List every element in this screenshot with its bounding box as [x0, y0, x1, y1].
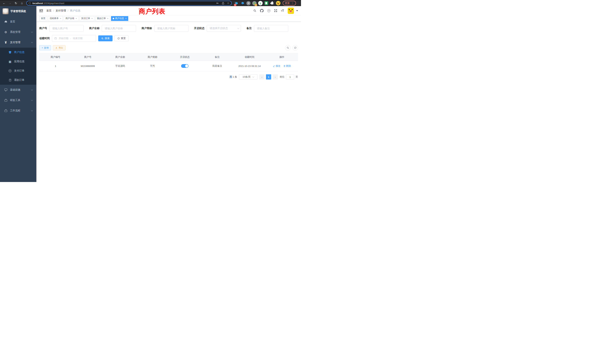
sidebar-item-merchant-info[interactable]: 商户信息 [0, 48, 36, 57]
close-icon[interactable]: × [91, 17, 93, 20]
tab-merchant-info[interactable]: 商户信息× [111, 16, 128, 21]
app-shell: 芋道管理系统 首页 ⚙ 系统管理 ¥ 支付管理 商户信息 [0, 6, 301, 182]
sidebar-item-infrastructure[interactable]: 基础设施 [0, 85, 36, 95]
extension-note-icon[interactable] [264, 1, 269, 6]
sidebar-item-system[interactable]: ⚙ 系统管理 [0, 27, 36, 37]
payment-submenu: 商户信息 ▦ 应用信息 ¥ 支付订单 退款订单 [0, 48, 36, 85]
tab-user-group[interactable]: 用户分组× [64, 16, 79, 21]
breadcrumb-home[interactable]: 首页 [46, 9, 52, 12]
sidebar-item-app-info[interactable]: ▦ 应用信息 [0, 57, 36, 66]
search-button[interactable]: 搜索 [98, 35, 112, 41]
help-icon[interactable]: ? [267, 9, 270, 12]
browser-back-icon[interactable]: ← [1, 0, 7, 6]
sidebar-item-pay-order[interactable]: ¥ 支付订单 [0, 66, 36, 75]
sidebar-item-home[interactable]: 首页 [0, 17, 36, 27]
tab-home[interactable]: 首页 [39, 16, 47, 21]
filter-row-2: 创建时间 开始日期 - 结束日期 搜索 重置 [39, 35, 298, 42]
close-icon[interactable]: × [125, 17, 127, 20]
chevron-down-icon [31, 109, 33, 111]
edit-link[interactable]: 修改 [273, 64, 280, 68]
site-info-icon[interactable]: i [29, 2, 31, 4]
browser-update-button[interactable]: 更新 ⋮ [283, 1, 296, 6]
remark-input[interactable] [254, 25, 288, 32]
create-time-range-picker[interactable]: 开始日期 - 结束日期 [52, 35, 96, 42]
col-merchant-short: 商户简称 [136, 53, 169, 61]
next-page-button[interactable]: › [273, 74, 278, 79]
tags-view-bar: 首页 流程表单× 用户分组× 支付订单× 退款订单× 商户信息× [36, 15, 301, 22]
font-size-icon[interactable]: TT [281, 9, 284, 12]
page-size-select[interactable]: 10条/页 [239, 74, 258, 79]
merchant-name-input[interactable] [102, 25, 136, 32]
goto-page-input[interactable] [286, 74, 294, 79]
share-icon[interactable] [222, 2, 225, 5]
extension-pin-icon[interactable] [240, 1, 245, 6]
search-icon[interactable] [253, 9, 256, 12]
extension-badge-10: 10 [234, 4, 236, 6]
sidebar-item-label: 基础设施 [10, 88, 20, 92]
close-icon[interactable]: × [60, 17, 61, 20]
collapse-sidebar-icon[interactable] [39, 9, 43, 12]
sidebar-item-dev-tools[interactable]: 研发工具 [0, 95, 36, 106]
fullscreen-icon[interactable] [274, 9, 277, 12]
sidebar-item-payment[interactable]: ¥ 支付管理 [0, 37, 36, 48]
store-icon [8, 51, 12, 54]
table-toolbar: + 新增 导出 [39, 45, 298, 51]
tab-pay-order[interactable]: 支付订单× [79, 16, 94, 21]
url-text[interactable]: localhost:1024/pay/merchant [32, 2, 215, 5]
plus-icon: + [42, 46, 43, 49]
refresh-table-button[interactable] [292, 45, 298, 51]
reset-button[interactable]: 重置 [114, 35, 129, 41]
extensions-puzzle-icon[interactable] [270, 1, 275, 6]
browser-reload-icon[interactable]: ↻ [13, 0, 19, 6]
export-button[interactable]: 导出 [53, 45, 65, 50]
col-merchant-id: 商户编号 [39, 53, 72, 61]
browser-menu-icon[interactable]: ⋮ [291, 2, 294, 5]
tab-refund-order[interactable]: 退款订单× [95, 16, 110, 21]
download-icon [55, 47, 57, 49]
table-header-row: 商户编号 商户号 商户全称 商户简称 开启状态 备注 创建时间 操作 [39, 53, 298, 61]
github-icon[interactable] [260, 9, 264, 12]
extension-dot-icon[interactable]: 1 [252, 1, 257, 6]
close-icon[interactable]: × [76, 17, 77, 20]
edit-pencil-icon [273, 65, 275, 67]
add-button[interactable]: + 新增 [39, 45, 51, 50]
status-toggle-on[interactable] [181, 64, 189, 68]
close-icon[interactable]: × [107, 17, 108, 20]
sidebar-item-label: 工作流程 [10, 109, 20, 112]
bookmark-star-icon[interactable]: ☆ [227, 1, 229, 5]
merchant-no-input[interactable] [49, 25, 84, 32]
merchant-short-input[interactable] [154, 25, 189, 32]
top-bar: 首页 / 支付管理 / 商户信息 ? TT [36, 6, 301, 15]
breadcrumb-separator: / [68, 9, 68, 12]
tab-process-form[interactable]: 流程表单× [48, 16, 63, 21]
delete-link[interactable]: 删除 [283, 64, 291, 68]
breadcrumb-payment[interactable]: 支付管理 [56, 9, 66, 12]
sidebar-item-workflow[interactable]: 工作流程 [0, 106, 36, 116]
status-select[interactable]: 请选择开启状态 [207, 25, 241, 32]
chevron-up-icon [31, 42, 33, 44]
prev-page-button[interactable]: ‹ [259, 74, 265, 79]
update-label: 更新 [285, 1, 290, 5]
search-icon [101, 37, 104, 40]
browser-home-icon[interactable]: ⌂ [19, 0, 24, 6]
sidebar-item-label: 商户信息 [14, 51, 24, 54]
extension-y-icon[interactable]: y [258, 1, 263, 6]
key-icon[interactable] [216, 2, 219, 5]
profile-emoji-avatar[interactable] [276, 1, 280, 6]
extension-diamond-icon[interactable]: 10 [234, 1, 239, 6]
pagination-total: 共 1 条 [230, 75, 237, 79]
toggle-search-button[interactable] [285, 45, 291, 51]
sidebar-item-refund-order[interactable]: 退款订单 [0, 75, 36, 85]
avatar[interactable] [288, 8, 294, 14]
address-bar[interactable]: i localhost:1024/pay/merchant ☆ [26, 1, 232, 6]
remark-label: 备注 [247, 27, 252, 30]
extension-command-icon[interactable]: ⌘ [246, 1, 251, 6]
date-separator: - [70, 37, 71, 40]
merchant-no-label: 商户号 [39, 27, 47, 30]
avatar-caret-icon[interactable] [296, 10, 298, 11]
browser-forward-icon[interactable]: → [7, 0, 13, 6]
sidebar-item-label: 首页 [10, 20, 15, 23]
sidebar-logo[interactable]: 芋道管理系统 [0, 6, 36, 17]
url-path: :1024/pay/merchant [43, 2, 64, 5]
page-1-button[interactable]: 1 [266, 74, 271, 79]
